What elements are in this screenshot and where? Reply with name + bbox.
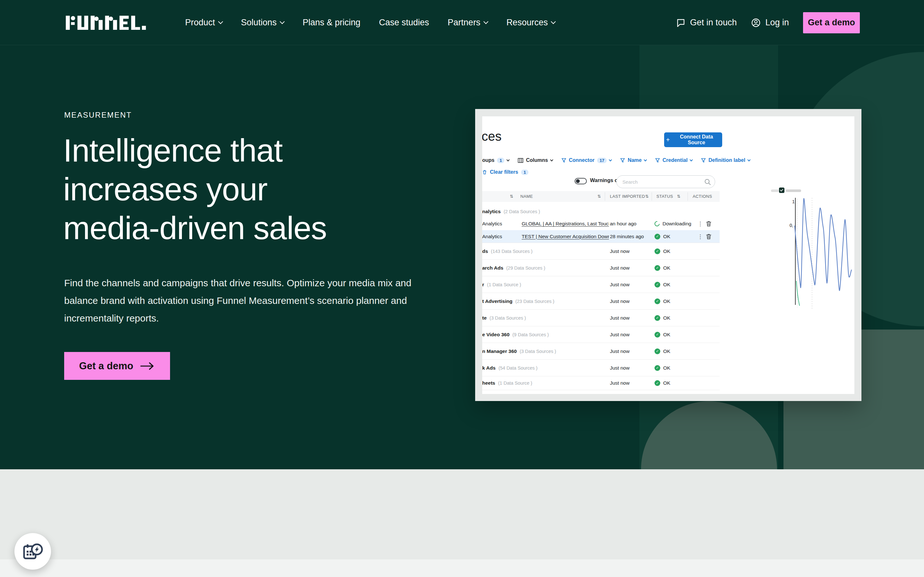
chevron-down-icon — [280, 19, 285, 24]
hero-section: MEASUREMENT Intelligence that increases … — [0, 45, 924, 469]
filter-definition-label[interactable]: Definition label — [701, 157, 750, 163]
chart-line-green — [796, 281, 800, 306]
chat-bubble-icon — [676, 18, 686, 28]
status-badge: ✓OK — [654, 234, 670, 239]
y-tick-0: 0, — [790, 223, 793, 228]
funnel-filter-icon — [655, 158, 660, 163]
chevron-down-icon — [747, 158, 750, 161]
get-a-demo-button[interactable]: Get a demo — [803, 12, 860, 33]
table-row-group[interactable]: heets(1 Data Source ) Just now ✓OK — [482, 376, 720, 390]
nav-partners[interactable]: Partners — [447, 18, 488, 27]
status-ok-icon: ✓ — [654, 315, 660, 321]
status-ok-icon: ✓ — [654, 265, 660, 271]
sort-icon[interactable]: ⇅ — [677, 194, 680, 199]
trash-icon[interactable] — [706, 234, 711, 239]
chevron-down-icon — [644, 158, 647, 161]
chevron-down-icon — [507, 158, 510, 161]
page-title: ces — [482, 129, 501, 143]
filter-connector[interactable]: Connector 17 — [561, 157, 612, 163]
column-last-imported[interactable]: LAST IMPORTED — [610, 194, 645, 199]
status-ok-icon: ✓ — [654, 365, 660, 371]
book-meeting-fab[interactable] — [15, 533, 51, 570]
status-ok-icon: ✓ — [654, 380, 660, 386]
table-row-group[interactable]: e Video 360(9 Data Sources ) Just now ✓O… — [482, 326, 720, 343]
status-badge: ✓OK — [654, 380, 670, 386]
sort-icon[interactable]: ⇅ — [510, 194, 513, 199]
filter-credential[interactable]: Credential — [655, 157, 692, 163]
product-screenshot-card: ces + Connect Data Source oups 1 — [475, 109, 861, 401]
table-row-group[interactable]: r(1 Data Source ) Just now ✓OK — [482, 276, 720, 293]
columns-icon — [518, 158, 523, 163]
clear-filters-button[interactable]: Clear filters 1 — [482, 169, 528, 175]
nav-solutions[interactable]: Solutions — [241, 18, 284, 27]
plus-icon: + — [666, 137, 670, 143]
header-actions: Get in touch Log in Get a demo — [676, 0, 860, 45]
status-badge: ✓OK — [654, 265, 670, 271]
chevron-down-icon — [551, 19, 556, 24]
customer-logo-bar: DIE ZEIT FLiXBUS FC ST. PAULI 1910 — [0, 469, 924, 577]
column-name[interactable]: NAME — [520, 194, 533, 199]
status-badge: ✓OK — [654, 365, 670, 371]
table-row-group[interactable]: arch Ads(29 Data Sources ) Just now ✓OK — [482, 259, 720, 276]
user-circle-icon — [751, 18, 761, 28]
hero-demo-button[interactable]: Get a demo — [64, 352, 170, 380]
hero-heading: Intelligence that increases your media-d… — [63, 131, 326, 247]
chevron-down-icon — [483, 19, 489, 24]
search-icon — [704, 179, 711, 185]
funnel-logo[interactable] — [64, 16, 153, 31]
sort-icon[interactable]: ⇅ — [598, 194, 601, 199]
warnings-only-toggle[interactable] — [575, 178, 587, 184]
data-sources-app: ces + Connect Data Source oups 1 — [482, 116, 855, 394]
get-in-touch-link[interactable]: Get in touch — [676, 18, 737, 28]
status-ok-icon: ✓ — [654, 348, 660, 354]
sort-icon[interactable]: ⇅ — [645, 194, 649, 199]
filter-name[interactable]: Name — [620, 157, 646, 163]
filter-count-badge: 1 — [497, 158, 504, 163]
status-ok-icon: ✓ — [654, 298, 660, 304]
downloading-spinner-icon — [654, 220, 661, 227]
table-row-group[interactable]: ds(143 Data Sources ) Just now ✓OK — [482, 243, 720, 259]
main-nav: Product Solutions Plans & pricing Case s… — [185, 0, 555, 45]
funnel-filter-icon — [561, 158, 566, 163]
table-row-group[interactable]: k Ads(54 Data Sources ) Just now ✓OK — [482, 359, 720, 376]
log-in-link[interactable]: Log in — [751, 18, 789, 28]
chevron-down-icon — [550, 158, 553, 161]
funnel-filter-icon — [701, 158, 706, 163]
section-divider — [0, 559, 924, 577]
status-badge: Downloading — [654, 221, 691, 227]
status-badge: ✓OK — [654, 248, 670, 254]
trash-icon[interactable] — [706, 221, 711, 227]
kebab-menu-icon[interactable]: ⋮ — [698, 234, 703, 240]
column-actions: ACTIONS — [693, 194, 712, 199]
data-source-link[interactable]: GLOBAL | AA | Registrations, Last Touch … — [522, 221, 609, 227]
nav-case-studies[interactable]: Case studies — [379, 18, 429, 27]
status-badge: ✓OK — [654, 315, 670, 321]
status-badge: ✓OK — [654, 282, 670, 287]
chart-line-blue — [795, 198, 851, 290]
filter-count-badge: 17 — [597, 158, 607, 163]
nav-resources[interactable]: Resources — [506, 18, 555, 27]
nav-product[interactable]: Product — [185, 18, 222, 27]
column-status[interactable]: STATUS — [656, 194, 673, 199]
kebab-menu-icon[interactable]: ⋮ — [698, 221, 703, 227]
table-row-group[interactable]: t Advertising(23 Data Sources ) Just now… — [482, 293, 720, 309]
funnel-homepage: Product Solutions Plans & pricing Case s… — [0, 0, 924, 577]
search-input[interactable] — [616, 175, 715, 188]
table-row-group[interactable]: nalytics(2 Data Sources ) — [482, 206, 720, 218]
column-divider — [605, 192, 605, 201]
filter-groups[interactable]: oups 1 — [482, 157, 509, 163]
arrow-right-icon — [140, 362, 155, 370]
table-row[interactable]: Analytics GLOBAL | AA | Registrations, L… — [482, 218, 720, 230]
toggle-knob — [576, 179, 580, 183]
hero-paragraph: Find the channels and campaigns that dri… — [64, 274, 427, 327]
table-row-group[interactable]: n Manager 360(3 Data Sources ) Just now … — [482, 343, 720, 359]
data-source-link[interactable]: TEST | New Customer Acquisition Downl ..… — [522, 234, 609, 239]
table-row[interactable]: Analytics TEST | New Customer Acquisitio… — [482, 230, 720, 243]
status-ok-icon: ✓ — [654, 234, 660, 239]
table-row-group[interactable]: te(3 Data Sources ) Just now ✓OK — [482, 309, 720, 326]
connect-data-source-button[interactable]: + Connect Data Source — [664, 132, 722, 147]
filter-columns[interactable]: Columns — [518, 157, 552, 163]
mini-line-chart: 1 0, — [771, 186, 855, 314]
nav-plans-pricing[interactable]: Plans & pricing — [302, 18, 360, 27]
clear-filters-icon — [482, 169, 487, 175]
